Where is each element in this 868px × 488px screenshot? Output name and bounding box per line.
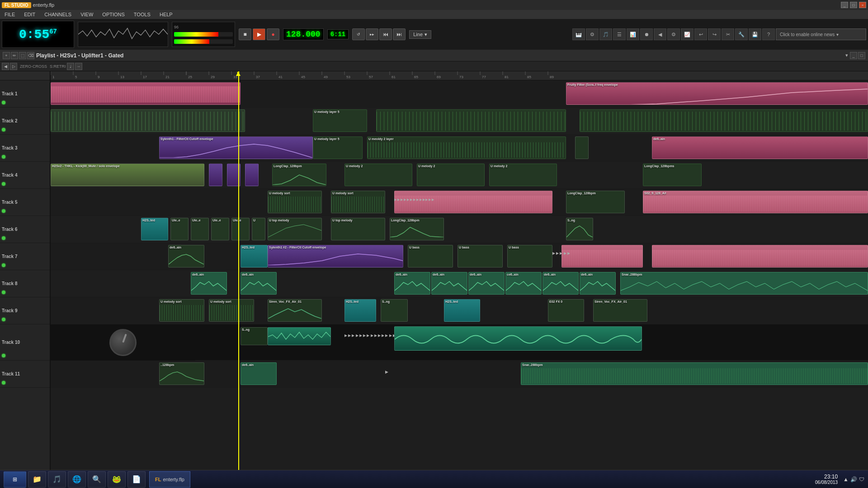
maximize-button[interactable]: □ [850,2,857,8]
news-bar[interactable]: Click to enable online news ▾ [776,28,866,40]
track6-topmelo2[interactable]: U top melody [331,218,385,240]
track6-u[interactable]: U [252,218,265,240]
tray-sound-icon[interactable]: 🔊 [850,476,857,483]
menu-file[interactable]: FILE [0,10,19,19]
track8-de6-5[interactable]: de6..ain [468,272,505,295]
track7-ubass3[interactable]: U bass [507,245,552,267]
track7-sylenth2[interactable]: Sylenth1 #2 - FilterCtl Cutoff envelope [268,245,403,267]
punch-button[interactable]: ▸▸ [366,28,378,40]
mixer-icon[interactable]: ☰ [613,28,626,40]
track-label-1[interactable]: Track 1 [0,80,50,108]
taskbar-chrome[interactable]: 🌐 [68,471,86,488]
track8-de6-3[interactable]: de6..ain [394,272,430,295]
bpm-display[interactable]: 128.000 [283,28,324,40]
track9-melsort1[interactable]: U melody sort [159,299,204,322]
plugin-picker-icon[interactable]: 📊 [627,28,639,40]
track8-de6-4[interactable]: de6..ain [431,272,467,295]
track9-sng[interactable]: S..ng [381,299,408,322]
track5-clip-pink[interactable] [394,191,552,213]
track9-siren2[interactable]: Siren_Voc_FX_Air_01 [593,299,647,322]
track7-h2s[interactable]: H2S..ted [241,245,268,267]
prev-button[interactable]: ⏮ [379,28,392,40]
track8-de6-1[interactable]: de6..ain [191,272,227,295]
taskbar-fl-studio[interactable]: FL enterty.flp [149,471,190,488]
undo-icon[interactable]: ↩ [694,28,707,40]
track6-longclap[interactable]: LongClap_128bpm [390,218,444,240]
piano-roll-icon[interactable]: 🎵 [599,28,612,40]
track1-clip-2[interactable]: Fruity Filter (Scra..f freq envelope [566,82,868,105]
track7-de6[interactable]: de6..ain [168,245,204,267]
track5-clip-1[interactable]: U melody sort [268,191,322,213]
playlist-minimize[interactable]: _ [850,52,857,59]
track-label-8[interactable]: Track 8 [0,270,50,297]
menu-channels[interactable]: CHANNELS [40,10,76,19]
track7-ubass1[interactable]: U bass [408,245,453,267]
track4-clip-3[interactable] [227,164,241,186]
redo-icon[interactable]: ↪ [708,28,721,40]
record2-icon[interactable]: ⏺ [640,28,653,40]
track11-snar[interactable]: Snar..288bpm [521,362,868,385]
track6-sng[interactable]: S..ng [566,218,593,240]
help-icon[interactable]: ? [762,28,775,40]
zoom-out-button[interactable]: ▷ [10,63,17,70]
track10-wave[interactable] [268,327,331,345]
cut-icon[interactable]: ✂ [722,28,734,40]
playlist-maximize[interactable]: □ [858,52,865,59]
settings-icon[interactable]: ⚙ [667,28,680,40]
stop-button[interactable]: ■ [239,28,251,40]
track6-ule4[interactable]: Ule..e [231,218,250,240]
track8-ce6[interactable]: ce6..ain [505,272,542,295]
next-button[interactable]: ⏭ [393,28,406,40]
track4-clip-melody2a[interactable]: U melody 2 [344,164,412,186]
step-button[interactable]: → [75,63,82,70]
channel-rack-icon[interactable]: ⚙ [586,28,599,40]
track2-clip-1[interactable] [51,109,245,132]
draw-tool[interactable]: ✏ [11,52,18,59]
save-icon[interactable]: 💾 [749,28,761,40]
metronome-button[interactable]: ♩ [67,63,74,70]
menu-help[interactable]: HELP [155,10,177,19]
track9-e02[interactable]: E02 FX 0 [548,299,584,322]
track6-ule2[interactable]: Ule..e [191,218,209,240]
track5-clip-2[interactable]: U melody sort [331,191,385,213]
menu-edit[interactable]: EDIT [19,10,40,19]
track8-de6-6[interactable]: de6..ain [542,272,579,295]
wrench-icon[interactable]: 🔧 [735,28,748,40]
track9-melsort2[interactable]: U melody sort [209,299,254,322]
browser-icon[interactable]: 🎹 [572,28,585,40]
track4-clip-4[interactable] [245,164,259,186]
track8-de6-2[interactable]: de6..ain [241,272,277,295]
track8-de6-7[interactable]: de6..ain [580,272,616,295]
track11-de6[interactable]: de6..ain [241,362,277,385]
track3-clip-tiny[interactable] [575,136,589,159]
track2-clip-4[interactable] [580,109,868,132]
record-button[interactable]: ● [267,28,279,40]
track4-clip-melody2c[interactable]: U melody 2 [489,164,557,186]
taskbar-search[interactable]: 🔍 [88,471,106,488]
track3-clip-mel2[interactable]: U meoldy 2 layer [367,136,566,159]
track10-knob[interactable] [109,329,137,356]
tray-security-icon[interactable]: 🛡 [859,476,864,483]
track11-clip1[interactable]: ..128bpm [159,362,204,385]
tray-minimize-icon[interactable]: ▲ [843,476,849,483]
close-button[interactable]: × [859,2,866,8]
track6-ule1[interactable]: Ule..e [170,218,189,240]
start-button[interactable]: ⊞ [4,471,26,488]
loop-button[interactable]: ↺ [352,28,365,40]
select-tool[interactable]: ⬚ [19,52,26,59]
taskbar-explorer[interactable]: 📁 [28,471,46,488]
track4-clip-1[interactable]: H2Sv2 - THKL - Kick|00_Mute / solo envel… [51,164,204,186]
track3-clip-1[interactable]: Sylenth1 - FilterCtl Cutoff envelope [159,136,313,159]
track7-wave-right[interactable] [561,245,643,267]
minimize-button[interactable]: _ [841,2,848,8]
menu-view[interactable]: VIEW [76,10,98,19]
track3-clip-melody[interactable]: U melody layer 5 [313,136,363,159]
track3-clip-right[interactable]: de6..ain [652,136,868,159]
zoom-in-button[interactable]: ◀ [2,63,9,70]
new-pattern-button[interactable]: + [3,52,10,59]
export-icon[interactable]: ◀ [654,28,666,40]
track4-clip-melody2b[interactable]: U melody 2 [417,164,485,186]
track6-topmelo1[interactable]: U top melody [268,218,322,240]
track7-wave-right2[interactable] [652,245,868,267]
track1-clip-1[interactable] [51,82,241,105]
